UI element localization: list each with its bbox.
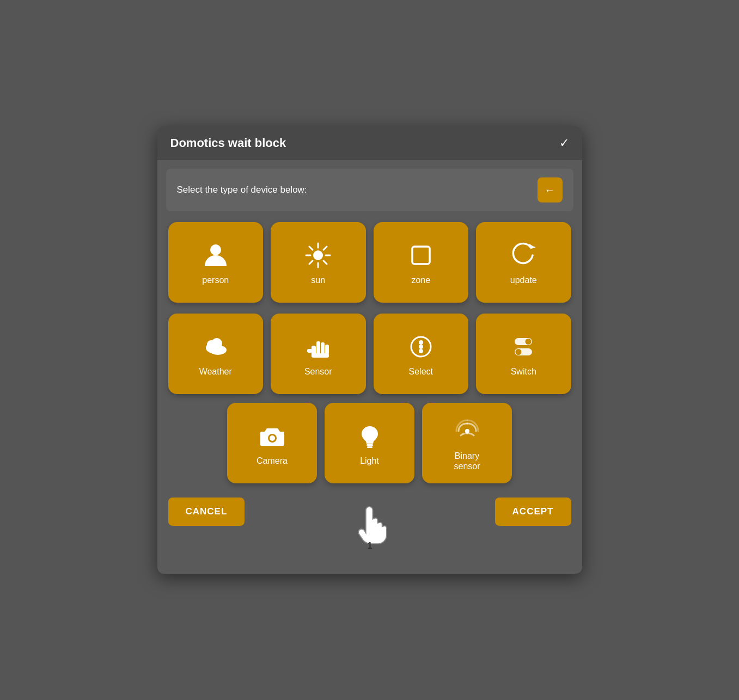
binary-sensor-icon (453, 417, 481, 445)
svg-point-0 (210, 244, 221, 255)
camera-icon (258, 422, 286, 450)
svg-point-30 (270, 435, 275, 441)
svg-line-6 (309, 247, 313, 250)
svg-point-22 (419, 341, 422, 344)
svg-line-7 (323, 261, 327, 264)
light-button[interactable]: Light (325, 403, 414, 483)
weather-icon (201, 333, 230, 361)
svg-line-9 (309, 261, 313, 264)
svg-rect-10 (412, 247, 430, 264)
svg-point-26 (526, 339, 532, 345)
dialog-header: Domotics wait block ✓ (157, 126, 582, 160)
svg-point-23 (419, 346, 422, 348)
svg-rect-31 (367, 444, 373, 446)
dialog-title: Domotics wait block (170, 136, 286, 150)
dialog: Domotics wait block ✓ Select the type of… (157, 126, 582, 574)
cancel-button[interactable]: CANCEL (168, 498, 245, 526)
sensor-label: Sensor (304, 366, 332, 377)
instruction-bar: Select the type of device below: ← (166, 169, 573, 211)
switch-button[interactable]: Switch (476, 314, 571, 394)
light-icon (356, 422, 384, 450)
weather-label: Weather (199, 366, 232, 377)
zone-label: zone (411, 275, 430, 285)
zone-button[interactable]: zone (374, 222, 469, 303)
camera-button[interactable]: Camera (227, 403, 317, 483)
cursor-spacer (157, 536, 582, 574)
update-label: update (510, 275, 537, 285)
select-icon (407, 333, 435, 361)
update-button[interactable]: update (476, 222, 571, 303)
svg-point-24 (419, 350, 422, 353)
person-icon (201, 241, 230, 269)
light-label: Light (360, 456, 379, 466)
svg-rect-17 (321, 342, 325, 354)
device-grid-row1: person sun zone (157, 216, 582, 307)
instruction-text: Select the type of device below: (177, 185, 307, 195)
person-button[interactable]: person (168, 222, 264, 303)
svg-rect-18 (307, 349, 312, 353)
svg-rect-16 (316, 341, 320, 354)
svg-point-1 (313, 250, 323, 260)
binary-sensor-label: Binarysensor (454, 451, 480, 471)
select-button[interactable]: Select (374, 314, 469, 394)
device-grid-row3: Camera Light Binarysensor (157, 398, 582, 488)
svg-point-28 (516, 349, 522, 355)
person-label: person (202, 275, 229, 285)
accept-button[interactable]: ACCEPT (495, 498, 571, 526)
svg-rect-19 (325, 345, 329, 354)
svg-point-14 (211, 338, 222, 349)
svg-rect-20 (312, 353, 329, 358)
svg-line-8 (323, 247, 327, 250)
switch-label: Switch (511, 366, 536, 377)
device-grid-row2: Weather Sensor (157, 307, 582, 398)
update-icon (509, 241, 538, 269)
binary-sensor-button[interactable]: Binarysensor (422, 403, 512, 483)
sensor-button[interactable]: Sensor (271, 314, 366, 394)
svg-rect-32 (367, 446, 372, 448)
switch-icon (509, 333, 538, 361)
weather-button[interactable]: Weather (168, 314, 264, 394)
back-button[interactable]: ← (538, 177, 563, 202)
select-label: Select (409, 366, 433, 377)
check-icon: ✓ (559, 136, 569, 150)
sun-icon (304, 241, 332, 269)
sun-label: sun (311, 275, 325, 285)
zone-icon (407, 241, 435, 269)
camera-label: Camera (256, 456, 288, 466)
sun-button[interactable]: sun (271, 222, 366, 303)
bottom-bar: CANCEL 1 ACCEPT (157, 488, 582, 536)
sensor-icon (304, 333, 332, 361)
